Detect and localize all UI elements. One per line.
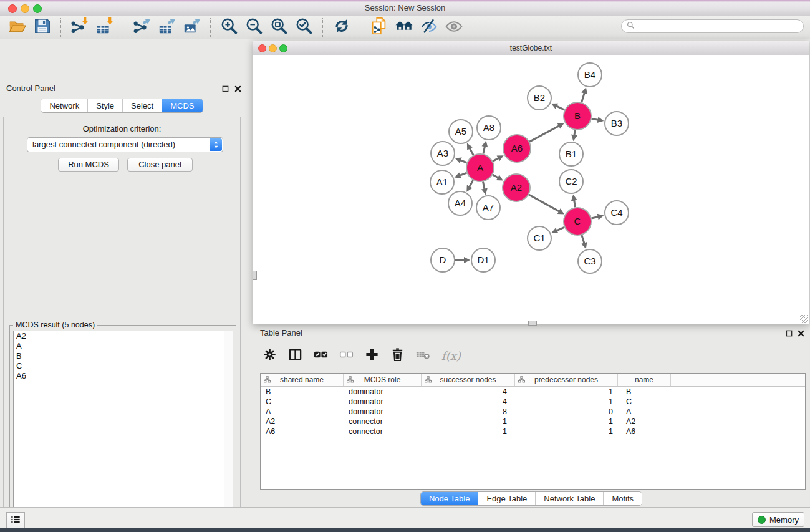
- zoom-fit-button[interactable]: [267, 17, 292, 37]
- memory-button[interactable]: Memory: [752, 512, 804, 527]
- table-cell[interactable]: C: [618, 397, 671, 406]
- table-cell[interactable]: dominator: [344, 397, 422, 406]
- table-cell[interactable]: 1: [422, 417, 515, 426]
- table-tab-node-table[interactable]: Node Table: [421, 492, 478, 505]
- table-cell[interactable]: 1: [422, 427, 515, 436]
- table-cell[interactable]: A6: [261, 427, 344, 436]
- export-image-button[interactable]: [180, 17, 205, 37]
- table-cell[interactable]: 1: [515, 427, 618, 436]
- split-panel-button[interactable]: [287, 347, 303, 364]
- table-row[interactable]: A6connector11A6: [261, 427, 805, 437]
- graph-node-B3[interactable]: B3: [605, 112, 629, 135]
- show-all-button[interactable]: [441, 17, 466, 37]
- graph-node-C2[interactable]: C2: [559, 170, 583, 193]
- graph-node-B4[interactable]: B4: [578, 63, 602, 87]
- window-resize-grip-left[interactable]: [253, 271, 257, 280]
- table-tab-edge-table[interactable]: Edge Table: [478, 492, 535, 505]
- graph-edge-A-A1[interactable]: [455, 172, 467, 178]
- table-cell[interactable]: C: [261, 397, 344, 406]
- table-tab-network-table[interactable]: Network Table: [535, 492, 603, 505]
- graph-edge-B-B2[interactable]: [551, 104, 564, 110]
- graph-edge-C-C3[interactable]: [581, 235, 587, 249]
- select-all-checkboxes-button[interactable]: [312, 347, 329, 364]
- import-table-button[interactable]: [92, 17, 117, 37]
- gear-button[interactable]: [261, 347, 277, 364]
- float-panel-icon[interactable]: [221, 84, 229, 93]
- refresh-button[interactable]: [329, 17, 354, 37]
- table-cell[interactable]: 0: [515, 407, 618, 416]
- deselect-all-checkboxes-button[interactable]: [338, 347, 354, 364]
- network-graph[interactable]: B4B2BB3A8A5A6B1A3AA1C2A2A4A7C4CC1C3DD1: [253, 55, 809, 323]
- export-network-button[interactable]: [130, 17, 155, 37]
- table-cell[interactable]: 4: [422, 397, 515, 406]
- column-header-predecessor-nodes[interactable]: predecessor nodes: [515, 374, 618, 386]
- graph-node-D1[interactable]: D1: [471, 248, 495, 272]
- graph-edge-B-B3[interactable]: [592, 117, 604, 123]
- graph-edge-B-B1[interactable]: [571, 130, 577, 142]
- mcds-result-item[interactable]: A2: [14, 331, 233, 341]
- graph-edge-C-C4[interactable]: [591, 214, 604, 220]
- graph-edge-C-C2[interactable]: [571, 195, 577, 208]
- delete-table-button[interactable]: [415, 347, 431, 364]
- criterion-dropdown[interactable]: largest connected component (directed): [27, 137, 223, 152]
- table-cell[interactable]: 1: [515, 397, 618, 406]
- table-cell[interactable]: 1: [515, 417, 618, 426]
- graph-edge-A-A6[interactable]: [493, 155, 503, 161]
- column-header-name[interactable]: name: [618, 374, 671, 386]
- table-cell[interactable]: dominator: [344, 387, 422, 396]
- table-cell[interactable]: 1: [515, 387, 618, 396]
- graph-node-A5[interactable]: A5: [449, 120, 473, 143]
- export-table-button[interactable]: [155, 17, 180, 37]
- zoom-in-button[interactable]: [217, 17, 242, 37]
- graph-node-A3[interactable]: A3: [431, 142, 455, 165]
- column-header-successor-nodes[interactable]: successor nodes: [422, 374, 515, 386]
- task-history-button[interactable]: [6, 512, 25, 529]
- window-resize-grip-corner[interactable]: [800, 315, 808, 323]
- table-row[interactable]: Bdominator41B: [261, 387, 805, 397]
- graph-node-D[interactable]: D: [431, 248, 455, 272]
- table-row[interactable]: Cdominator41C: [261, 397, 805, 407]
- table-cell[interactable]: A2: [261, 417, 344, 426]
- zoom-selected-button[interactable]: [292, 17, 317, 37]
- tab-network[interactable]: Network: [41, 99, 87, 112]
- graph-edge-D-D1[interactable]: [455, 257, 470, 263]
- graph-edge-A-A3[interactable]: [455, 157, 467, 163]
- run-mcds-button[interactable]: Run MCDS: [58, 158, 119, 172]
- table-tab-motifs[interactable]: Motifs: [603, 492, 642, 505]
- mcds-result-item[interactable]: C: [14, 361, 233, 371]
- graph-edge-A-A2[interactable]: [493, 175, 503, 180]
- table-cell[interactable]: connector: [344, 417, 422, 426]
- graph-node-C1[interactable]: C1: [528, 226, 551, 250]
- float-table-panel-icon[interactable]: [784, 329, 793, 337]
- graph-node-B2[interactable]: B2: [528, 86, 551, 110]
- graph-edge-A-A7[interactable]: [481, 182, 488, 195]
- result-list-scrollbar[interactable]: [224, 331, 233, 532]
- table-row[interactable]: Adominator80A: [261, 407, 805, 417]
- graph-node-B[interactable]: B: [564, 102, 591, 130]
- mcds-result-item[interactable]: A: [14, 341, 233, 351]
- table-cell[interactable]: A: [261, 407, 344, 416]
- delete-columns-button[interactable]: [389, 347, 405, 364]
- table-cell[interactable]: 4: [422, 387, 515, 396]
- first-neighbors-button[interactable]: [392, 17, 417, 37]
- table-cell[interactable]: B: [618, 387, 671, 396]
- graph-node-C[interactable]: C: [564, 208, 591, 235]
- graph-node-A1[interactable]: A1: [430, 170, 454, 194]
- close-panel-icon[interactable]: [233, 84, 242, 93]
- graph-edge-A-A5[interactable]: [467, 143, 473, 155]
- graph-edge-A6-B[interactable]: [529, 123, 564, 142]
- close-panel-button[interactable]: Close panel: [127, 158, 193, 172]
- graph-node-A8[interactable]: A8: [477, 116, 501, 140]
- table-cell[interactable]: B: [261, 387, 344, 396]
- graph-edge-C-C1[interactable]: [551, 227, 564, 233]
- new-network-from-selection-button[interactable]: [367, 17, 392, 37]
- graph-edge-A-A8[interactable]: [481, 141, 488, 154]
- zoom-out-button[interactable]: [242, 17, 267, 37]
- table-cell[interactable]: A2: [618, 417, 671, 426]
- table-cell[interactable]: dominator: [344, 407, 422, 416]
- add-column-button[interactable]: [364, 347, 380, 364]
- network-canvas[interactable]: B4B2BB3A8A5A6B1A3AA1C2A2A4A7C4CC1C3DD1: [253, 55, 809, 323]
- table-cell[interactable]: A6: [618, 427, 671, 436]
- function-builder-button[interactable]: f(x): [440, 349, 461, 362]
- graph-edge-A-A4[interactable]: [466, 180, 473, 192]
